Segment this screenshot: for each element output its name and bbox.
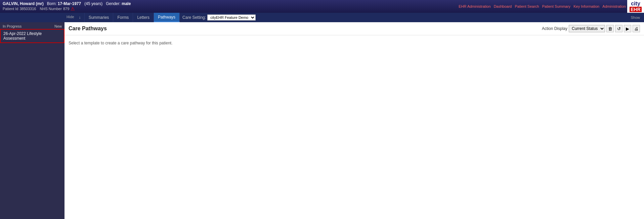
nav-key-info[interactable]: Key Information (573, 4, 599, 8)
nhs-value: 879 (63, 7, 69, 11)
sidebar-item-lifestyle[interactable]: 26-Apr-2022 Lifestyle Assessment (0, 29, 65, 43)
refresh-button[interactable]: ↺ (615, 25, 622, 32)
care-setting-select[interactable]: cityEHR Feature DemoOption 2 (207, 14, 256, 21)
patient-header: GALVIN, Howard (mr) Born: 17-Mar-1977 (4… (0, 0, 455, 13)
nav-dashboard[interactable]: Dashboard (494, 4, 512, 8)
tab-pathways[interactable]: Pathways (154, 13, 180, 22)
new-button[interactable]: New (54, 24, 62, 28)
page-title: Care Pathways (69, 26, 107, 32)
nav-patient-summary[interactable]: Patient Summary (542, 4, 570, 8)
top-nav: EHR Administration Dashboard Patient Sea… (455, 0, 627, 13)
action-display-select[interactable]: Current StatusAll ActionsPending (569, 25, 605, 32)
in-progress-label[interactable]: In Progress (3, 24, 22, 28)
sidebar: In Progress New 26-Apr-2022 Lifestyle As… (0, 22, 65, 219)
show-button[interactable]: Show (631, 15, 640, 20)
content-header: Care Pathways Action Display Current Sta… (65, 22, 644, 35)
next-button[interactable]: ▶ (624, 25, 631, 32)
logo-city: city (631, 1, 640, 7)
action-display-label: Action Display (542, 26, 567, 31)
patient-id-label: Patient Id (3, 7, 18, 11)
logo-ehr: EHR (630, 7, 642, 12)
sidebar-header: In Progress New (0, 24, 65, 29)
tab-letters[interactable]: Letters (133, 13, 154, 22)
hide-sidebar-button[interactable]: Hide (67, 15, 74, 19)
action-display-row: Action Display Current StatusAll Actions… (542, 25, 640, 32)
sidebar-controls: Hide (64, 13, 80, 21)
patient-dob: 17-Mar-1977 (58, 1, 81, 6)
gender-label: Gender: (106, 1, 120, 6)
app-logo: city EHR (627, 0, 644, 13)
nav-links: EHR Administration Dashboard Patient Sea… (457, 4, 626, 8)
nav-administration[interactable]: Administration (602, 4, 626, 8)
care-setting-label: Care Setting: (182, 15, 206, 20)
placeholder-text: Select a template to create a care pathw… (69, 41, 173, 45)
nav-ehr-admin[interactable]: EHR Administration (459, 4, 490, 8)
content-body: Select a template to create a care pathw… (65, 35, 644, 51)
nav-patient-search[interactable]: Patient Search (515, 4, 539, 8)
tab-bar: Hide Events Summaries Forms Letters Path… (0, 13, 644, 22)
patient-name: GALVIN, Howard (mr) (3, 1, 44, 6)
content-area: Care Pathways Action Display Current Sta… (65, 22, 644, 219)
born-label: Born: (47, 1, 57, 6)
patient-name-line: GALVIN, Howard (mr) Born: 17-Mar-1977 (4… (3, 1, 453, 6)
print-button[interactable]: 🖨 (633, 25, 640, 32)
warning-icon: ⚠ (71, 6, 75, 11)
delete-button[interactable]: 🗑 (606, 25, 614, 32)
patient-id-line: Patient Id 38503316 NHS Number 879 ⚠ (3, 6, 453, 11)
nhs-label: NHS Number (40, 7, 62, 11)
patient-id-value: 38503316 (19, 7, 36, 11)
patient-gender: male (122, 1, 131, 6)
main-layout: In Progress New 26-Apr-2022 Lifestyle As… (0, 22, 644, 219)
patient-age: (45 years) (84, 1, 102, 6)
top-bar: GALVIN, Howard (mr) Born: 17-Mar-1977 (4… (0, 0, 644, 13)
tab-summaries[interactable]: Summaries (85, 13, 114, 22)
tab-forms[interactable]: Forms (113, 13, 133, 22)
care-setting-control: Care Setting: cityEHR Feature DemoOption… (180, 14, 258, 21)
